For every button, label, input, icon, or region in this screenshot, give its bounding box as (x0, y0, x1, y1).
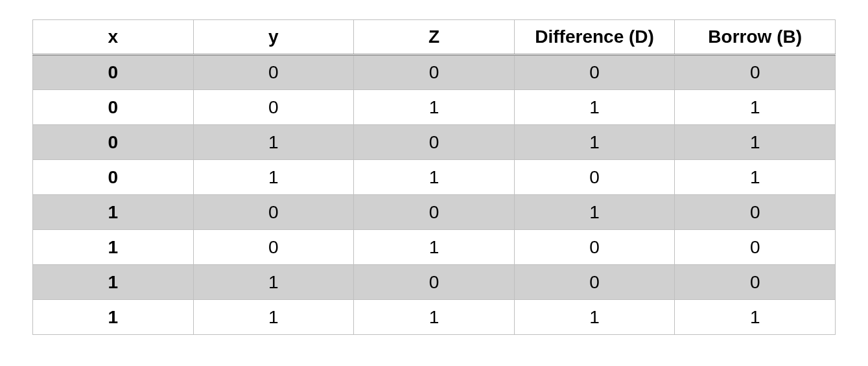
cell-difference: 0 (514, 160, 675, 195)
table-header-row: x y Z Difference (D) Borrow (B) (33, 20, 836, 55)
cell-x: 1 (33, 300, 194, 335)
column-header-y: y (193, 20, 354, 55)
cell-y: 0 (193, 195, 354, 230)
cell-x: 0 (33, 125, 194, 160)
cell-z: 0 (354, 265, 515, 300)
cell-y: 1 (193, 300, 354, 335)
cell-borrow: 1 (675, 160, 836, 195)
cell-y: 0 (193, 90, 354, 125)
cell-borrow: 0 (675, 195, 836, 230)
table-row: 1 1 0 0 0 (33, 265, 836, 300)
cell-difference: 1 (514, 300, 675, 335)
column-header-borrow: Borrow (B) (675, 20, 836, 55)
cell-z: 0 (354, 55, 515, 90)
cell-difference: 1 (514, 90, 675, 125)
cell-difference: 0 (514, 55, 675, 90)
cell-borrow: 0 (675, 230, 836, 265)
cell-z: 1 (354, 230, 515, 265)
cell-z: 1 (354, 90, 515, 125)
table-row: 1 0 1 0 0 (33, 230, 836, 265)
table-row: 0 0 1 1 1 (33, 90, 836, 125)
table-row: 0 0 0 0 0 (33, 55, 836, 90)
table-row: 0 1 0 1 1 (33, 125, 836, 160)
cell-x: 0 (33, 160, 194, 195)
cell-borrow: 1 (675, 300, 836, 335)
cell-y: 1 (193, 265, 354, 300)
cell-z: 1 (354, 160, 515, 195)
cell-z: 0 (354, 195, 515, 230)
table-row: 0 1 1 0 1 (33, 160, 836, 195)
table-row: 1 1 1 1 1 (33, 300, 836, 335)
column-header-x: x (33, 20, 194, 55)
table-row: 1 0 0 1 0 (33, 195, 836, 230)
cell-borrow: 1 (675, 90, 836, 125)
truth-table: x y Z Difference (D) Borrow (B) 0 0 0 0 … (32, 19, 836, 335)
cell-x: 0 (33, 90, 194, 125)
column-header-z: Z (354, 20, 515, 55)
cell-z: 0 (354, 125, 515, 160)
cell-borrow: 1 (675, 125, 836, 160)
cell-z: 1 (354, 300, 515, 335)
cell-x: 1 (33, 265, 194, 300)
cell-y: 1 (193, 160, 354, 195)
cell-x: 1 (33, 195, 194, 230)
column-header-difference: Difference (D) (514, 20, 675, 55)
cell-x: 0 (33, 55, 194, 90)
cell-borrow: 0 (675, 265, 836, 300)
cell-y: 0 (193, 230, 354, 265)
cell-difference: 1 (514, 195, 675, 230)
cell-y: 1 (193, 125, 354, 160)
cell-difference: 0 (514, 230, 675, 265)
cell-y: 0 (193, 55, 354, 90)
cell-difference: 1 (514, 125, 675, 160)
cell-x: 1 (33, 230, 194, 265)
cell-borrow: 0 (675, 55, 836, 90)
cell-difference: 0 (514, 265, 675, 300)
